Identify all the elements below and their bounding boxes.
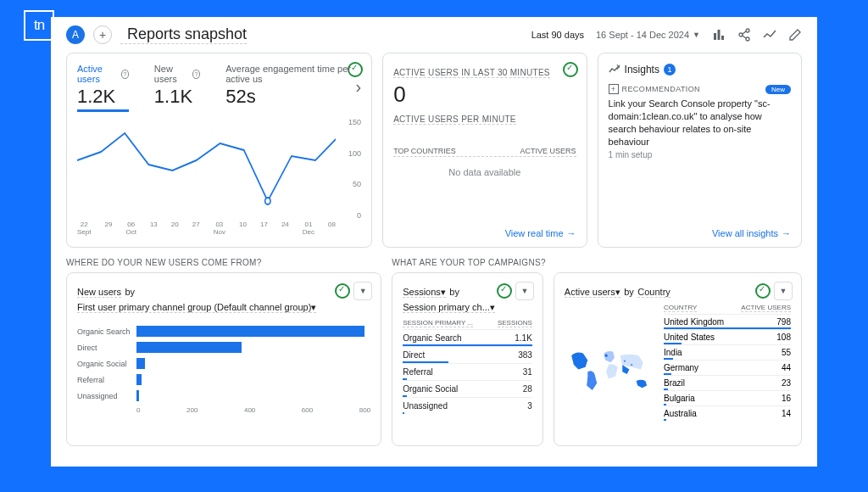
table-row[interactable]: Organic Search1.1K: [403, 329, 532, 346]
svg-point-8: [265, 198, 270, 204]
insights-card: Insights 1 + RECOMMENDATION New Link you…: [598, 53, 802, 248]
realtime-title: ACTIVE USERS IN LAST 30 MINUTES: [393, 68, 550, 78]
check-badge-icon: [563, 62, 578, 77]
dropdown-icon[interactable]: ▼: [774, 282, 793, 300]
sessions-title[interactable]: Sessions▾: [403, 287, 446, 298]
info-icon[interactable]: ?: [192, 70, 200, 79]
last-days-label: Last 90 days: [531, 30, 584, 40]
realtime-card: ACTIVE USERS IN LAST 30 MINUTES 0 ACTIVE…: [382, 53, 587, 248]
svg-point-9: [604, 354, 607, 356]
plus-box-icon: +: [609, 84, 619, 94]
svg-point-10: [624, 361, 626, 362]
recommendation-text[interactable]: Link your Search Console property "sc-do…: [609, 98, 791, 148]
table-row[interactable]: Brazil23: [664, 375, 791, 390]
trend-icon[interactable]: [763, 28, 776, 42]
metric-label: Average engagement time per active us: [225, 64, 361, 84]
country-card: ▼ Active users▾ by Country: [554, 272, 802, 446]
page-title: Reports snapshot: [120, 25, 247, 44]
check-badge-icon: [335, 283, 350, 299]
edit-icon[interactable]: [788, 28, 802, 42]
bar-row[interactable]: Unassigned: [77, 390, 370, 401]
section-heading-a: WHERE DO YOUR NEW USERS COME FROM?: [66, 258, 381, 267]
recommendation-label: + RECOMMENDATION: [609, 84, 700, 94]
view-realtime-link[interactable]: View real time→: [505, 228, 576, 238]
bar-chart: Organic SearchDirectOrganic SocialReferr…: [77, 326, 370, 401]
new-badge: New: [765, 85, 791, 94]
svg-rect-1: [718, 30, 721, 40]
active-users-title[interactable]: Active users▾: [565, 287, 620, 298]
table-row[interactable]: Organic Social28: [403, 380, 532, 397]
card-dimension[interactable]: First user primary channel group (Defaul…: [77, 302, 316, 313]
sessions-dimension[interactable]: Session primary ch...▾: [403, 302, 495, 313]
table-row[interactable]: India55: [664, 344, 791, 360]
chevron-right-icon[interactable]: ›: [355, 77, 361, 97]
line-chart: [77, 118, 336, 220]
share-icon[interactable]: [737, 28, 751, 42]
bar-axis: 0200400600800: [136, 406, 370, 414]
svg-point-5: [746, 37, 749, 41]
metric-value: 1.1K: [154, 86, 200, 108]
info-icon[interactable]: ?: [121, 70, 129, 79]
y-axis: 150100500: [348, 118, 361, 220]
main-panel: A + Reports snapshot Last 90 days 16 Sep…: [51, 17, 817, 467]
metric-new-users[interactable]: New users? 1.1K: [154, 64, 200, 108]
country-table: COUNTRYACTIVE USERS United Kingdom798Uni…: [664, 304, 791, 435]
table-row[interactable]: Direct383: [403, 346, 532, 363]
check-badge-icon: [497, 283, 512, 299]
new-users-card: ▼ New users by First user primary channe…: [66, 272, 381, 446]
metric-label: New users: [154, 64, 190, 84]
view-insights-link[interactable]: View all insights→: [712, 228, 791, 238]
table-row[interactable]: Referral31: [403, 363, 532, 380]
line-chart-area: 150100500 22Sept2906Oct13202703Nov101724…: [77, 118, 361, 237]
realtime-sub: ACTIVE USERS PER MINUTE: [393, 115, 516, 125]
sessions-table: SESSION PRIMARY ...SESSIONS Organic Sear…: [403, 319, 532, 414]
card-metric-title[interactable]: New users: [77, 287, 121, 298]
svg-point-3: [746, 29, 749, 32]
col-header: COUNTRY: [664, 304, 697, 312]
metrics-tabs: Active users? 1.2K New users? 1.1K Avera…: [77, 64, 361, 111]
col-header: SESSIONS: [498, 319, 532, 327]
table-row[interactable]: Bulgaria16: [664, 390, 791, 405]
table-row[interactable]: Germany44: [664, 360, 791, 375]
table-row[interactable]: United States108: [664, 329, 791, 344]
realtime-value: 0: [393, 81, 576, 108]
metric-active-users[interactable]: Active users? 1.2K: [77, 64, 129, 111]
country-dimension[interactable]: Country: [637, 287, 670, 298]
bar-row[interactable]: Referral: [77, 374, 370, 385]
bar-chart-icon[interactable]: [712, 28, 726, 42]
brand-logo: tn: [24, 10, 54, 41]
table-row[interactable]: United Kingdom798: [664, 314, 791, 329]
bar-row[interactable]: Organic Social: [77, 358, 370, 369]
sparkle-icon: [609, 64, 620, 75]
setup-time: 1 min setup: [609, 150, 791, 159]
bar-row[interactable]: Direct: [77, 342, 370, 353]
top-bar: A + Reports snapshot Last 90 days 16 Sep…: [51, 17, 817, 53]
bar-row[interactable]: Organic Search: [77, 326, 370, 337]
no-data-text: No data available: [393, 167, 576, 177]
svg-line-6: [743, 31, 746, 34]
add-button[interactable]: +: [93, 25, 112, 44]
svg-rect-0: [714, 33, 716, 40]
table-row[interactable]: Australia14: [664, 405, 791, 421]
avatar[interactable]: A: [66, 25, 85, 44]
sessions-card: ▼ Sessions▾ by Session primary ch...▾ SE…: [392, 272, 543, 446]
svg-rect-2: [721, 36, 724, 40]
col-header: SESSION PRIMARY ...: [403, 319, 473, 327]
world-map[interactable]: [565, 304, 657, 435]
table-row[interactable]: Unassigned3: [403, 397, 532, 414]
svg-line-7: [743, 36, 746, 38]
header-controls: Last 90 days 16 Sept - 14 Dec 2024 ▼: [531, 28, 802, 42]
dropdown-icon[interactable]: ▼: [515, 282, 534, 300]
svg-point-11: [631, 364, 632, 366]
svg-point-4: [739, 33, 743, 36]
date-range-text: 16 Sept - 14 Dec 2024: [596, 30, 689, 40]
date-range-picker[interactable]: 16 Sept - 14 Dec 2024 ▼: [596, 30, 700, 40]
insights-header: Insights 1: [609, 64, 791, 75]
x-axis: 22Sept2906Oct13202703Nov10172401Dec08: [77, 221, 336, 237]
check-badge-icon: [755, 283, 771, 299]
metric-engagement[interactable]: Average engagement time per active us 52…: [225, 64, 361, 108]
insights-count-badge: 1: [664, 64, 676, 75]
col-header: ACTIVE USERS: [741, 304, 791, 312]
dropdown-icon[interactable]: ▼: [353, 282, 372, 300]
realtime-table-header: TOP COUNTRIESACTIVE USERS: [393, 147, 576, 157]
